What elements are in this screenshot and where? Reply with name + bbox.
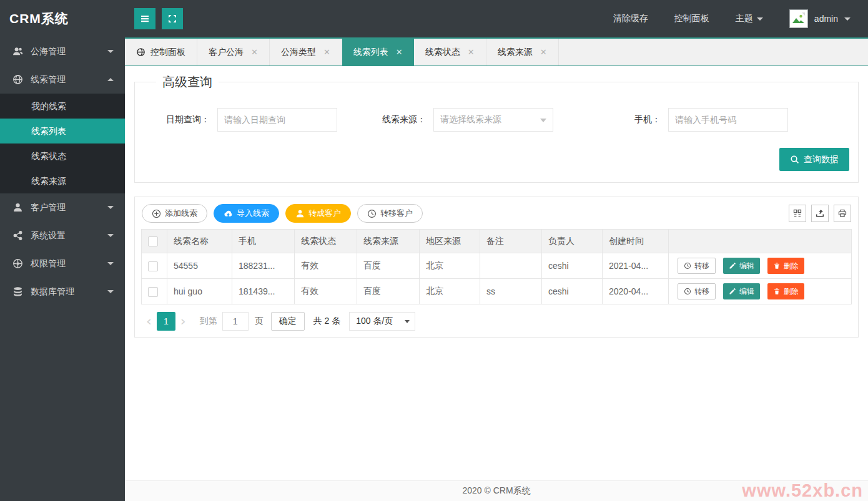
close-icon[interactable]: ✕ [540,48,547,56]
watermark-text: www.52xb.cn [742,480,863,501]
row-checkbox[interactable] [148,261,158,271]
col-lead-name: 线索名称 [167,230,232,253]
convert-customer-button[interactable]: 转成客户 [285,204,351,223]
goto-page-input[interactable] [222,312,249,331]
sidebar-item-leads[interactable]: 线索管理 [0,66,125,94]
current-page[interactable]: 1 [157,312,175,331]
chevron-down-icon [405,320,410,323]
sidebar-item-lead-source[interactable]: 线索来源 [0,168,125,193]
columns-filter-button[interactable] [789,205,806,222]
tab-lead-status[interactable]: 线索状态 ✕ [414,39,486,66]
pagination: ‹ 1 › 到第 页 确定 共 2 条 100 条/页 [141,312,852,331]
sidebar-item-settings[interactable]: 系统设置 [0,221,125,250]
lead-source-select[interactable]: 请选择线索来源 [433,108,553,132]
clock-icon [684,288,691,295]
avatar [789,9,808,28]
page-size-select[interactable]: 100 条/页 [349,312,415,331]
row-transfer-button[interactable]: 转移 [678,283,716,299]
table-toolbar: 添加线索 导入线索 转成客户 转移客户 [141,203,852,229]
add-lead-button[interactable]: 添加线索 [142,204,207,223]
goto-confirm-button[interactable]: 确定 [271,312,305,331]
tab-control-panel[interactable]: 控制面板 [125,39,197,66]
cell-lead-source: 百度 [357,253,420,279]
chevron-down-icon [107,262,114,265]
export-button[interactable] [811,205,829,222]
close-icon[interactable]: ✕ [251,48,258,56]
row-transfer-button[interactable]: 转移 [678,258,716,274]
sidebar-item-customers[interactable]: 客户管理 [0,193,125,221]
chevron-down-icon [844,17,851,21]
edit-icon [729,262,736,270]
theme-dropdown[interactable]: 主题 [736,13,763,24]
col-lead-source: 线索来源 [357,230,420,253]
export-icon [815,208,825,218]
cell-lead-status: 有效 [295,279,357,304]
add-lead-label: 添加线索 [165,208,197,219]
plus-circle-icon [152,209,161,218]
tab-customer-sea[interactable]: 客户公海 ✕ [197,39,270,66]
close-icon[interactable]: ✕ [323,48,330,56]
sidebar-item-lead-list[interactable]: 线索列表 [0,119,125,143]
edit-icon [729,288,736,295]
sidebar-item-lead-status[interactable]: 线索状态 [0,143,125,168]
next-page-icon[interactable]: › [175,314,191,328]
tab-sea-type[interactable]: 公海类型 ✕ [270,39,342,66]
control-panel-link[interactable]: 控制面板 [674,13,709,24]
menu-collapse-button[interactable] [134,8,155,29]
fullscreen-button[interactable] [162,8,183,29]
search-icon [790,155,799,164]
app-title: CRM系统 [0,0,125,37]
col-lead-status: 线索状态 [295,230,357,253]
col-phone: 手机 [232,230,295,253]
date-query-input[interactable] [217,108,337,132]
advanced-query-panel: 高级查询 日期查询： 线索来源： 请选择线索来源 手机： 查询数据 [134,74,859,183]
query-data-button[interactable]: 查询数据 [779,148,849,171]
close-icon[interactable]: ✕ [468,48,475,56]
sidebar-item-label: 线索管理 [31,74,66,85]
close-icon[interactable]: ✕ [396,48,403,56]
row-transfer-label: 转移 [694,286,709,297]
row-edit-button[interactable]: 编辑 [723,258,760,274]
chevron-down-icon [107,290,114,293]
tab-lead-source[interactable]: 线索来源 ✕ [486,39,559,66]
tab-lead-list[interactable]: 线索列表 ✕ [342,39,414,66]
lead-table: 线索名称 手机 线索状态 线索来源 地区来源 备注 负责人 创建时间 54555… [141,229,852,304]
prev-page-icon[interactable]: ‹ [141,314,157,328]
query-form-row: 日期查询： 线索来源： 请选择线索来源 手机： [144,108,849,132]
tab-label: 控制面板 [150,47,185,58]
cell-lead-name: 54555 [167,253,232,279]
select-placeholder: 请选择线索来源 [440,114,501,125]
sidebar-item-database[interactable]: 数据库管理 [0,278,125,306]
sidebar-item-permissions[interactable]: 权限管理 [0,250,125,278]
transfer-customer-button[interactable]: 转移客户 [357,204,423,223]
cell-created: 2020-04... [603,279,669,304]
row-checkbox[interactable] [148,287,158,297]
clear-cache-link[interactable]: 清除缓存 [613,13,648,24]
phone-input[interactable] [668,108,788,132]
cell-lead-name: hui guo [167,279,232,304]
col-owner: 负责人 [542,230,603,253]
row-edit-label: 编辑 [739,286,754,297]
sidebar-item-label: 公海管理 [31,46,66,57]
theme-label: 主题 [736,13,753,24]
username-label: admin [814,14,838,24]
table-header-row: 线索名称 手机 线索状态 线索来源 地区来源 备注 负责人 创建时间 [142,230,852,253]
sidebar-item-public-sea[interactable]: 公海管理 [0,37,125,66]
print-button[interactable] [834,205,851,222]
user-icon [12,202,23,213]
sidebar-item-label: 数据库管理 [31,286,74,298]
date-query-field: 日期查询： [157,108,337,132]
chevron-up-icon [107,78,114,81]
import-leads-button[interactable]: 导入线索 [214,204,279,223]
select-all-checkbox[interactable] [148,236,158,246]
cell-note [480,253,542,279]
user-menu[interactable]: admin [789,9,851,28]
row-delete-button[interactable]: 删除 [767,283,804,299]
row-edit-button[interactable]: 编辑 [723,283,760,299]
globe-icon [136,47,145,57]
header-right-nav: 清除缓存 控制面板 主题 admin [613,9,851,28]
row-delete-button[interactable]: 删除 [767,258,804,274]
sidebar-item-my-leads[interactable]: 我的线索 [0,94,125,119]
tab-label: 线索状态 [425,47,460,58]
import-leads-label: 导入线索 [237,208,269,219]
